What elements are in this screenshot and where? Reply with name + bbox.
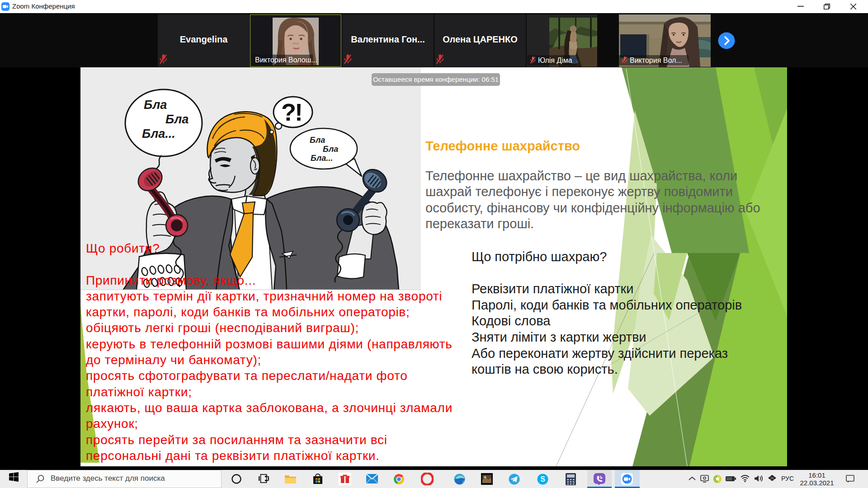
- svg-text:S: S: [540, 475, 545, 483]
